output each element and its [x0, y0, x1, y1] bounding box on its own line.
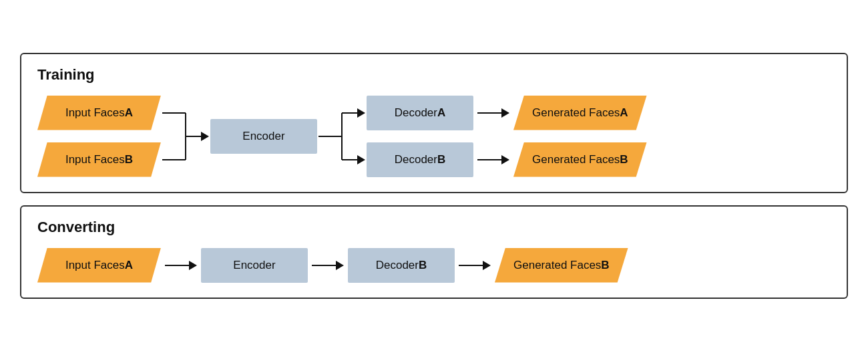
converting-section: Converting Input Faces A Encoder Decoder… [20, 205, 848, 299]
training-flow: Input Faces A Input Faces B [37, 96, 831, 177]
decoder-a-row: Decoder A Generated Faces A [367, 96, 647, 130]
training-generated-a: Generated Faces A [513, 96, 647, 130]
training-encoder: Encoder [210, 119, 317, 154]
arrow-decoder-a-to-gen-a [477, 108, 509, 118]
input-stack: Input Faces A Input Faces B [37, 96, 161, 177]
training-generated-b: Generated Faces B [513, 142, 647, 177]
merge-bracket-svg [162, 96, 209, 177]
decoder-split: Decoder A Generated Faces A Decoder B [367, 96, 647, 177]
converting-input-a: Input Faces A [37, 248, 161, 283]
arrow-decoder-to-generated [459, 261, 491, 270]
training-input-b: Input Faces B [37, 142, 161, 177]
converting-decoder-b: Decoder B [348, 248, 455, 283]
decoder-b-row: Decoder B Generated Faces B [367, 142, 647, 177]
arrow-encoder-to-decoder [312, 261, 344, 270]
training-decoder-b: Decoder B [367, 142, 473, 177]
converting-title: Converting [37, 219, 831, 236]
training-title: Training [37, 66, 831, 84]
main-container: Training Input Faces A Input Faces B [20, 53, 848, 299]
svg-marker-10 [357, 155, 365, 164]
split-lines-svg [318, 96, 365, 177]
arrow-decoder-b-to-gen-b [477, 155, 509, 164]
training-section: Training Input Faces A Input Faces B [20, 53, 848, 193]
svg-marker-4 [201, 132, 209, 141]
converting-generated-b: Generated Faces B [495, 248, 628, 283]
training-decoder-a: Decoder A [367, 96, 473, 130]
training-input-a: Input Faces A [37, 96, 161, 130]
svg-marker-8 [357, 108, 365, 118]
converting-encoder: Encoder [201, 248, 308, 283]
converting-flow: Input Faces A Encoder Decoder B [37, 248, 831, 283]
arrow-input-to-encoder [165, 261, 197, 270]
